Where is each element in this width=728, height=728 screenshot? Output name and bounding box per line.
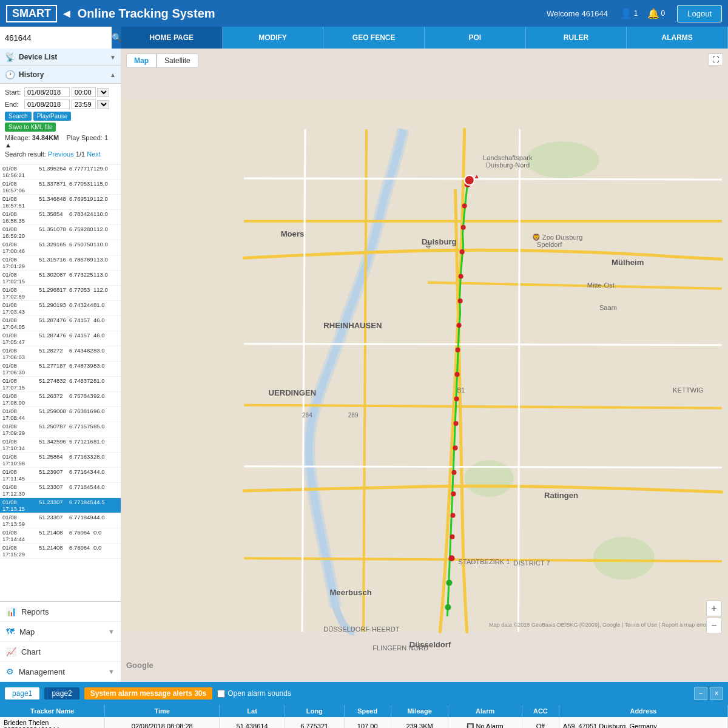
history-header[interactable]: 🕐 History ▲ xyxy=(0,66,121,84)
sidebar-item-chart[interactable]: 📈 Chart xyxy=(0,642,121,662)
track-item[interactable]: 01/08 16:58:35 51.35854 6.783424 110.0 xyxy=(0,210,121,225)
table-row[interactable]: Brieden Thelen 865992032461644 02/08/201… xyxy=(0,717,728,728)
alarm-sound-label: Open alarm sounds xyxy=(228,689,291,698)
track-item[interactable]: 01/08 17:02:59 51.296817 6.77053 112.0 xyxy=(0,286,121,301)
track-item[interactable]: 01/08 17:12:30 51.23307 6.771845 44.0 xyxy=(0,483,121,498)
track-item[interactable]: 01/08 17:11:45 51.23907 6.771643 44.0 xyxy=(0,468,121,483)
history-toggle: ▲ xyxy=(110,72,116,78)
track-item[interactable]: 01/08 16:56:21 51.395264 6.777717 129.0 xyxy=(0,164,121,180)
track-item[interactable]: 01/08 17:03:43 51.290193 6.743244 81.0 xyxy=(0,301,121,316)
minimize-button[interactable]: − xyxy=(694,687,707,700)
col-mileage: Mileage xyxy=(391,705,448,717)
track-item[interactable]: 01/08 17:10:14 51.342596 6.771216 81.0 xyxy=(0,437,121,453)
track-item[interactable]: 01/08 17:15:29 51.21408 6.76064 0.0 xyxy=(0,544,121,559)
logout-button[interactable]: Logout xyxy=(677,5,722,22)
sidebar-item-reports[interactable]: 📊 Reports xyxy=(0,602,121,622)
satellite-view-btn[interactable]: Satellite xyxy=(157,53,198,68)
nav-modify[interactable]: MODIFY xyxy=(223,27,324,49)
search-history-btn[interactable]: Search xyxy=(5,112,32,121)
table-header-row: Tracker Name Time Lat Long Speed Mileage… xyxy=(0,705,728,717)
chart-icon: 📈 xyxy=(6,647,16,656)
page2-button[interactable]: page2 xyxy=(44,687,79,699)
track-item[interactable]: 01/08 17:10:58 51.25864 6.771633 28.0 xyxy=(0,453,121,468)
track-item[interactable]: 01/08 16:59:20 51.351078 6.759280 112.0 xyxy=(0,225,121,240)
map-background xyxy=(121,49,728,682)
map-view-btn[interactable]: Map xyxy=(126,53,157,68)
navbar: 🔍 HOME PAGE MODIFY GEO FENCE POI RULER A… xyxy=(0,27,728,49)
page1-button[interactable]: page1 xyxy=(5,687,39,699)
main-area: 📡 Device List ▼ 🕐 History ▲ Start: ▼ End… xyxy=(0,49,728,682)
track-item[interactable]: 01/08 17:14:44 51.21408 6.76064 0.0 xyxy=(0,528,121,544)
track-item[interactable]: 01/08 17:02:15 51.302087 6.773225 113.0 xyxy=(0,271,121,286)
bottom-icons: − × xyxy=(694,687,723,700)
search-input[interactable] xyxy=(0,27,112,49)
user-icon: 👤 1 xyxy=(620,8,638,19)
search-result: Search result: Previous 1/1 Next xyxy=(5,150,116,158)
reports-label: Reports xyxy=(21,607,115,616)
history-label: History xyxy=(19,70,110,79)
end-ampm-select[interactable]: ▼ xyxy=(97,100,109,109)
track-item[interactable]: 01/08 17:13:59 51.23307 6.771849 44.0 xyxy=(0,513,121,528)
play-speed-label: Play Speed: xyxy=(67,134,103,141)
track-item[interactable]: 01/08 17:09:29 51.250787 6.771575 85.0 xyxy=(0,422,121,437)
mileage-value: 34.84KM xyxy=(32,134,59,141)
search-button[interactable]: 🔍 xyxy=(112,27,122,49)
sidebar-item-management[interactable]: ⚙ Management ▼ xyxy=(0,662,121,682)
data-table-section: Tracker Name Time Lat Long Speed Mileage… xyxy=(0,705,728,728)
play-speed-value: 1 xyxy=(104,134,108,141)
track-item[interactable]: 01/08 17:06:30 51.277187 6.748739 83.0 xyxy=(0,362,121,377)
col-tracker-name: Tracker Name xyxy=(0,705,105,717)
cell-time: 02/08/2018 08:08:28 xyxy=(105,717,220,728)
management-label: Management xyxy=(19,667,108,676)
play-pause-btn[interactable]: Play/Pause xyxy=(33,112,72,121)
start-time-input[interactable] xyxy=(72,87,96,97)
start-ampm-select[interactable]: ▼ xyxy=(97,88,109,97)
nav-home[interactable]: HOME PAGE xyxy=(121,27,223,49)
save-kml-btn[interactable]: Save to KML file xyxy=(5,123,56,132)
track-item[interactable]: 01/08 17:04:05 51.287476 6.74157 46.0 xyxy=(0,316,121,331)
track-item[interactable]: 01/08 17:13:15 51.23307 6.771845 44.5 xyxy=(0,498,121,513)
device-list-header[interactable]: 📡 Device List ▼ xyxy=(0,49,121,66)
map-controls: Map Satellite xyxy=(126,53,198,68)
track-item[interactable]: 01/08 17:01:29 51.315716 6.786789 113.0 xyxy=(0,255,121,271)
nav-alarms[interactable]: ALARMS xyxy=(627,27,728,49)
start-date-input[interactable] xyxy=(24,87,70,97)
end-label: End: xyxy=(5,101,24,108)
next-link[interactable]: Next xyxy=(87,150,101,158)
nav-poi[interactable]: POI xyxy=(425,27,526,49)
alarm-sound-checkbox[interactable] xyxy=(217,690,225,698)
track-item[interactable]: 01/08 17:05:47 51.287476 6.74157 46.0 xyxy=(0,331,121,346)
track-item[interactable]: 01/08 17:08:00 51.26372 6.757843 92.0 xyxy=(0,392,121,407)
fullscreen-button[interactable]: ⛶ xyxy=(708,53,723,66)
nav-ruler[interactable]: RULER xyxy=(526,27,627,49)
nav-geofence[interactable]: GEO FENCE xyxy=(323,27,425,49)
close-button[interactable]: × xyxy=(710,687,723,700)
previous-link[interactable]: Previous xyxy=(48,150,74,158)
chart-label: Chart xyxy=(21,647,115,656)
col-alarm: Alarm xyxy=(448,705,522,717)
track-item[interactable]: 01/08 16:57:06 51.337871 6.770531 115.0 xyxy=(0,180,121,195)
track-item[interactable]: 01/08 16:57:51 51.346848 6.769519 112.0 xyxy=(0,195,121,210)
sidebar-item-map[interactable]: 🗺 Map ▼ xyxy=(0,622,121,642)
alarm-message: System alarm message alerts 30s xyxy=(84,687,212,699)
col-lat: Lat xyxy=(220,705,285,717)
logo-box: SMART xyxy=(6,5,57,22)
track-item[interactable]: 01/08 17:06:03 51.28272 6.743482 83.0 xyxy=(0,346,121,362)
end-row: End: ▼ xyxy=(5,99,116,109)
google-logo: Google xyxy=(126,661,153,670)
alarm-sound-toggle[interactable]: Open alarm sounds xyxy=(217,689,291,698)
end-date-input[interactable] xyxy=(24,99,70,109)
sidebar-bottom: 📊 Reports 🗺 Map ▼ 📈 Chart ⚙ Management ▼ xyxy=(0,601,121,682)
map-area: ▲ Duisburg Moers RHEINHAUSEN UERDINGEN M… xyxy=(121,49,728,682)
map-container[interactable]: ▲ Duisburg Moers RHEINHAUSEN UERDINGEN M… xyxy=(121,49,728,682)
end-time-input[interactable] xyxy=(72,99,96,109)
zoom-in-button[interactable]: + xyxy=(706,601,722,616)
track-item[interactable]: 01/08 17:08:44 51.259008 6.763816 96.0 xyxy=(0,407,121,422)
track-item[interactable]: 01/08 17:00:46 51.329165 6.750750 110.0 xyxy=(0,240,121,255)
person-icon: 👤 xyxy=(620,8,632,19)
mileage-label: Mileage: xyxy=(5,134,30,141)
track-item[interactable]: 01/08 17:07:15 51.274832 6.748372 81.0 xyxy=(0,377,121,392)
cell-speed: 107.00 xyxy=(344,717,391,728)
map-icon: 🗺 xyxy=(6,627,15,636)
zoom-out-button[interactable]: − xyxy=(706,618,722,633)
